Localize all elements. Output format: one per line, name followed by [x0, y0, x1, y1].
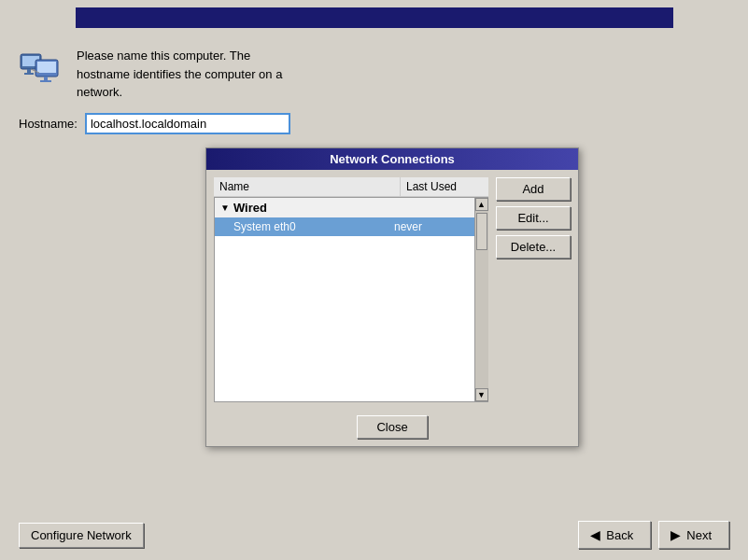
close-button[interactable]: Close	[357, 415, 427, 439]
wired-group-header: ▼ Wired	[215, 198, 474, 217]
scrollbar-down-button[interactable]: ▼	[475, 388, 488, 401]
dialog-footer: Close	[206, 410, 578, 446]
dialog-titlebar: Network Connections	[206, 148, 578, 170]
scrollbar-thumb[interactable]	[476, 213, 487, 250]
scrollbar[interactable]: ▲ ▼	[474, 198, 487, 401]
connections-header: Name Last Used	[214, 177, 488, 197]
col-last-used-header: Last Used	[401, 177, 475, 196]
bottom-bar: Configure Network ◀ Back ▶ Next	[0, 521, 748, 549]
svg-rect-5	[37, 62, 56, 73]
next-label: Next	[686, 528, 712, 542]
network-connections-dialog: Network Connections Name Last Used ▼	[205, 147, 579, 447]
dialog-body: Name Last Used ▼ Wired System eth	[206, 170, 578, 410]
back-arrow-icon: ◀	[590, 527, 600, 542]
scroll-header-spacer	[475, 177, 488, 196]
next-button[interactable]: ▶ Next	[658, 521, 729, 549]
next-arrow-icon: ▶	[670, 527, 681, 542]
svg-rect-7	[40, 80, 51, 82]
connection-last-used: never	[394, 220, 469, 233]
add-button[interactable]: Add	[496, 177, 571, 201]
header-description: Please name this computer. The hostname …	[77, 47, 282, 102]
header-row: Please name this computer. The hostname …	[19, 47, 729, 102]
edit-button[interactable]: Edit...	[496, 206, 571, 230]
col-name-header: Name	[214, 177, 401, 196]
network-icon	[19, 47, 65, 89]
back-button[interactable]: ◀ Back	[578, 521, 651, 549]
back-label: Back	[606, 528, 633, 542]
top-bar	[76, 7, 673, 28]
svg-rect-3	[24, 73, 34, 75]
scrollbar-up-button[interactable]: ▲	[475, 198, 488, 211]
group-arrow-icon: ▼	[220, 203, 230, 213]
scrollbar-track[interactable]	[475, 211, 488, 388]
main-content: Please name this computer. The hostname …	[0, 28, 748, 447]
wired-group-label: Wired	[233, 201, 267, 215]
svg-rect-2	[27, 69, 31, 73]
nav-buttons: ◀ Back ▶ Next	[578, 521, 729, 549]
connections-list-container: ▼ Wired System eth0 never ▲	[214, 197, 488, 402]
delete-button[interactable]: Delete...	[496, 235, 571, 259]
configure-network-button[interactable]: Configure Network	[19, 523, 144, 548]
hostname-row: Hostname:	[19, 113, 729, 134]
hostname-input[interactable]	[85, 113, 290, 134]
dialog-action-buttons: Add Edit... Delete...	[496, 177, 571, 402]
connection-name: System eth0	[233, 220, 394, 233]
connections-list: ▼ Wired System eth0 never	[215, 198, 474, 401]
hostname-label: Hostname:	[19, 117, 78, 131]
connection-row[interactable]: System eth0 never	[215, 217, 474, 236]
svg-rect-6	[44, 77, 48, 80]
list-panel: Name Last Used ▼ Wired System eth	[214, 177, 488, 402]
